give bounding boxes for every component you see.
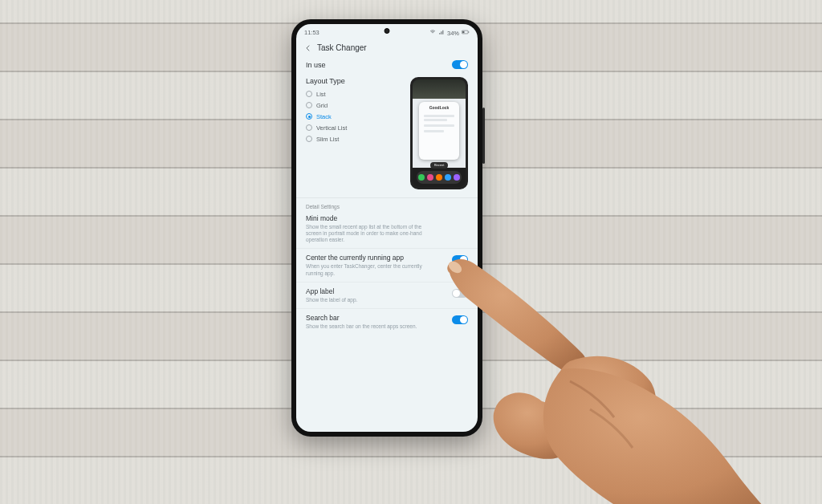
radio-icon: [306, 91, 312, 97]
setting-description: Show the search bar on the recent apps s…: [306, 323, 426, 330]
status-icons: 34%: [429, 29, 470, 37]
setting-name: App label: [306, 287, 446, 295]
layout-type-block: Layout Type ListGridStackVertical ListSl…: [296, 74, 478, 197]
phone-frame: 11:53 34% Task Changer In use: [291, 19, 482, 437]
in-use-toggle[interactable]: [452, 60, 468, 69]
setting-name: Search bar: [306, 314, 446, 322]
setting-toggle-app-label[interactable]: [452, 289, 468, 298]
in-use-label: In use: [306, 61, 326, 69]
in-use-row: In use: [296, 55, 478, 74]
layout-option-vertical-list[interactable]: Vertical List: [306, 122, 405, 133]
radio-icon: [306, 102, 312, 108]
layout-option-stack[interactable]: Stack: [306, 111, 405, 122]
setting-toggle-center-app[interactable]: [452, 255, 468, 264]
radio-icon: [306, 136, 312, 142]
svg-rect-2: [462, 31, 464, 33]
radio-icon: [306, 113, 312, 120]
phone-side-buttons: [482, 108, 485, 164]
setting-name: Center the currently running app: [306, 254, 446, 262]
setting-mini-mode[interactable]: Mini modeShow the small recent app list …: [296, 209, 478, 248]
back-icon[interactable]: [304, 44, 312, 52]
setting-app-label[interactable]: App labelShow the label of app.: [296, 282, 478, 308]
setting-description: When you enter TaskChanger, center the c…: [306, 263, 426, 276]
setting-description: Show the small recent app list at the bo…: [306, 224, 426, 243]
setting-name: Mini mode: [306, 214, 468, 222]
layout-option-slim-list[interactable]: Slim List: [306, 133, 405, 144]
title-bar: Task Changer: [296, 39, 478, 55]
layout-option-label: List: [316, 91, 326, 98]
layout-options: ListGridStackVertical ListSlim List: [306, 88, 405, 144]
setting-description: Show the label of app.: [306, 297, 426, 303]
detail-settings-caption: Detail Settings: [296, 201, 478, 209]
front-camera: [385, 28, 390, 34]
status-time: 11:53: [304, 29, 319, 37]
layout-option-label: Grid: [316, 102, 328, 109]
signal-icon: [438, 29, 445, 37]
layout-type-title: Layout Type: [306, 77, 405, 85]
setting-center-app[interactable]: Center the currently running appWhen you…: [296, 248, 478, 281]
battery-text: 34%: [447, 30, 459, 37]
preview-navbar: [417, 171, 462, 184]
layout-preview: GoodLock Recent: [410, 77, 468, 189]
battery-icon: [462, 29, 470, 37]
layout-option-label: Slim List: [316, 136, 339, 143]
radio-icon: [306, 124, 312, 131]
layout-option-label: Stack: [316, 113, 332, 120]
page-title: Task Changer: [317, 43, 367, 52]
layout-option-grid[interactable]: Grid: [306, 100, 405, 111]
detail-settings-list: Mini modeShow the small recent app list …: [296, 209, 478, 335]
setting-search-bar[interactable]: Search barShow the search bar on the rec…: [296, 308, 478, 335]
layout-option-list[interactable]: List: [306, 88, 405, 100]
svg-rect-1: [468, 31, 469, 33]
phone-screen: 11:53 34% Task Changer In use: [296, 24, 478, 432]
preview-pill: Recent: [430, 162, 448, 169]
wifi-icon: [429, 29, 436, 37]
setting-toggle-search-bar[interactable]: [452, 315, 468, 324]
layout-option-label: Vertical List: [316, 124, 347, 132]
